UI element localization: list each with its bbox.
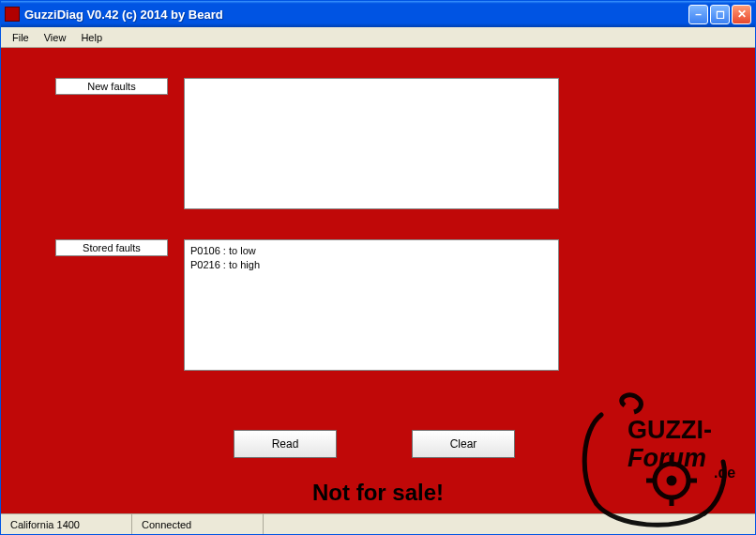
window-controls: – ◻ ✕ bbox=[688, 5, 751, 24]
menubar: File View Help bbox=[1, 27, 755, 48]
status-connection: Connected bbox=[132, 514, 264, 534]
menu-help[interactable]: Help bbox=[73, 30, 110, 45]
statusbar: California 1400 Connected bbox=[1, 513, 755, 534]
menu-file[interactable]: File bbox=[5, 30, 37, 45]
read-button[interactable]: Read bbox=[234, 430, 337, 458]
minimize-button[interactable]: – bbox=[688, 5, 708, 24]
new-faults-list[interactable] bbox=[184, 78, 559, 209]
stored-faults-list[interactable]: P0106 : to low P0216 : to high bbox=[184, 239, 559, 371]
app-icon bbox=[5, 7, 20, 22]
menu-view[interactable]: View bbox=[37, 30, 74, 45]
new-faults-label: New faults bbox=[55, 78, 168, 95]
status-model: California 1400 bbox=[1, 514, 132, 534]
close-button[interactable]: ✕ bbox=[732, 5, 751, 24]
window-title: GuzziDiag V0.42 (c) 2014 by Beard bbox=[24, 8, 688, 22]
app-window: GuzziDiag V0.42 (c) 2014 by Beard – ◻ ✕ … bbox=[0, 0, 756, 535]
stored-faults-label: Stored faults bbox=[55, 239, 168, 256]
clear-button[interactable]: Clear bbox=[412, 430, 515, 458]
client-area: New faults Stored faults P0106 : to low … bbox=[1, 48, 755, 513]
titlebar: GuzziDiag V0.42 (c) 2014 by Beard – ◻ ✕ bbox=[1, 1, 755, 27]
maximize-button[interactable]: ◻ bbox=[710, 5, 730, 24]
not-for-sale-banner: Not for sale! bbox=[312, 480, 444, 506]
